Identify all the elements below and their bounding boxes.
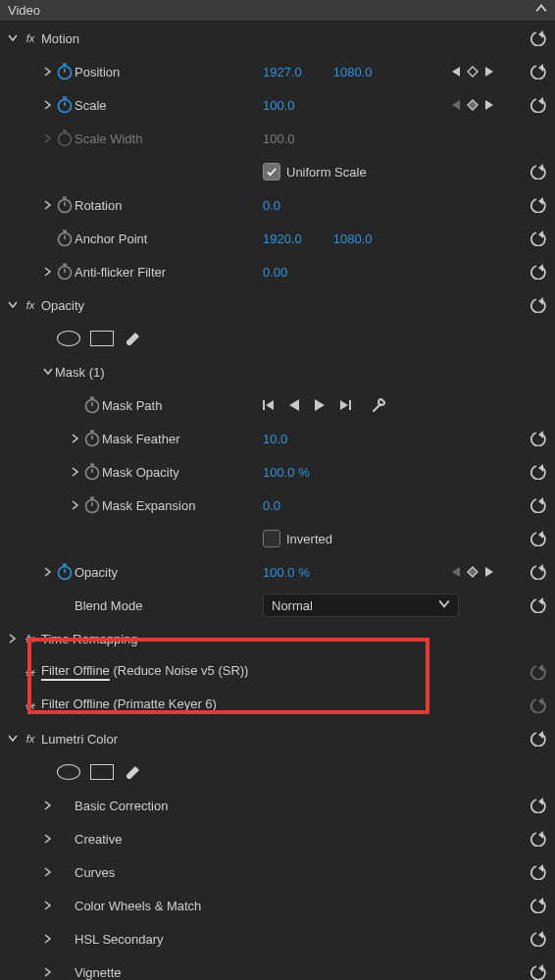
reset-button[interactable] [528,798,547,813]
mask-header[interactable]: Mask (1) [0,355,555,388]
lumetri-section-curves[interactable]: Curves [0,855,555,889]
pen-mask-icon[interactable] [124,330,141,347]
effect-filter-offline-2[interactable]: fx Filter Offline (Primatte Keyer 6) [0,689,555,722]
caret-right-icon[interactable] [69,467,82,477]
stopwatch-icon[interactable] [82,429,102,448]
anchor-x-value[interactable]: 1920.0 [263,232,302,246]
ellipse-mask-icon[interactable] [57,764,80,780]
mask-opacity-value[interactable]: 100.0 % [263,465,310,480]
reset-button[interactable] [528,197,547,213]
reset-button[interactable] [528,431,547,446]
caret-right-icon[interactable] [41,67,55,77]
play-back-icon[interactable] [288,398,300,412]
anchor-y-value[interactable]: 1080.0 [333,232,373,246]
effect-motion-header[interactable]: fx Motion [0,22,555,55]
fx-badge-icon[interactable]: fx [20,734,41,745]
caret-right-icon[interactable] [41,200,55,210]
reset-button[interactable] [528,731,547,747]
position-y-value[interactable]: 1080.0 [333,65,373,79]
play-fwd-icon[interactable] [314,398,326,412]
prev-keyframe-icon[interactable] [451,566,461,578]
uniform-scale-checkbox[interactable] [263,163,280,181]
blend-mode-select[interactable]: Normal [263,593,459,617]
caret-right-icon[interactable] [41,934,55,944]
caret-right-icon[interactable] [41,100,55,110]
caret-right-icon[interactable] [41,834,55,844]
reset-button[interactable] [528,931,547,947]
caret-right-icon[interactable] [41,901,55,910]
reset-button[interactable] [528,30,547,46]
caret-right-icon[interactable] [6,634,20,644]
reset-button[interactable] [528,664,547,680]
reset-button[interactable] [528,264,547,280]
stopwatch-icon[interactable] [55,195,75,215]
prev-keyframe-icon[interactable] [451,99,461,111]
stopwatch-icon[interactable] [55,262,75,282]
caret-right-icon[interactable] [41,800,55,810]
reset-button[interactable] [528,597,547,613]
mask-feather-value[interactable]: 10.0 [263,432,287,446]
prev-keyframe-icon[interactable] [451,66,461,77]
effect-opacity-header[interactable]: fx Opacity [0,288,555,322]
opacity-value[interactable]: 100.0 % [263,565,310,580]
reset-button[interactable] [528,864,547,880]
stopwatch-icon[interactable] [82,495,102,515]
reset-button[interactable] [528,64,547,79]
caret-right-icon[interactable] [41,967,55,977]
step-back-icon[interactable] [263,399,275,411]
next-keyframe-icon[interactable] [484,566,494,578]
reset-button[interactable] [528,297,547,313]
reset-button[interactable] [528,531,547,546]
lumetri-section-wheels[interactable]: Color Wheels & Match [0,889,555,922]
caret-right-icon[interactable] [69,500,82,510]
caret-down-icon[interactable] [6,33,20,43]
rotation-value[interactable]: 0.0 [263,198,280,213]
effect-filter-offline-1[interactable]: fx Filter Offline (Reduce Noise v5 (SR)) [0,655,555,689]
stopwatch-icon[interactable] [55,562,75,582]
reset-button[interactable] [528,164,547,180]
add-keyframe-icon[interactable] [467,566,479,578]
fx-badge-icon[interactable]: fx [20,700,41,711]
caret-right-icon[interactable] [41,867,55,877]
lumetri-section-vignette[interactable]: Vignette [0,955,555,980]
reset-button[interactable] [528,564,547,580]
mask-expansion-value[interactable]: 0.0 [263,498,280,513]
stopwatch-icon[interactable] [82,462,102,482]
caret-right-icon[interactable] [41,267,55,277]
stopwatch-icon[interactable] [55,95,75,115]
caret-down-icon[interactable] [6,300,20,310]
add-keyframe-icon[interactable] [467,99,479,111]
lumetri-section-creative[interactable]: Creative [0,822,555,855]
caret-right-icon[interactable] [41,567,55,577]
lumetri-section-basic[interactable]: Basic Correction [0,789,555,822]
lumetri-section-hsl[interactable]: HSL Secondary [0,922,555,955]
caret-down-icon[interactable] [6,734,20,744]
fx-badge-icon[interactable]: fx [20,300,41,311]
next-keyframe-icon[interactable] [484,66,494,77]
reset-button[interactable] [528,697,547,713]
position-x-value[interactable]: 1927.0 [263,65,302,79]
next-keyframe-icon[interactable] [484,99,494,111]
wrench-icon[interactable] [371,396,388,414]
reset-button[interactable] [528,464,547,480]
reset-button[interactable] [528,497,547,513]
caret-down-icon[interactable] [41,367,55,377]
antiflicker-value[interactable]: 0.00 [263,265,287,280]
fx-badge-icon[interactable]: fx [20,634,41,645]
effect-lumetri-header[interactable]: fx Lumetri Color [0,722,555,755]
scale-value[interactable]: 100.0 [263,98,295,113]
inverted-checkbox[interactable] [263,530,280,547]
effect-time-remapping-header[interactable]: fx Time Remapping [0,622,555,655]
stopwatch-icon[interactable] [55,62,75,81]
collapse-panel-icon[interactable] [535,3,547,18]
ellipse-mask-icon[interactable] [57,331,80,346]
step-fwd-icon[interactable] [339,399,351,411]
reset-button[interactable] [528,97,547,113]
reset-button[interactable] [528,231,547,246]
fx-badge-icon[interactable]: fx [20,33,41,44]
fx-badge-icon[interactable]: fx [20,667,41,678]
stopwatch-icon[interactable] [82,395,102,415]
reset-button[interactable] [528,898,547,913]
add-keyframe-icon[interactable] [467,66,479,77]
rect-mask-icon[interactable] [90,331,114,346]
